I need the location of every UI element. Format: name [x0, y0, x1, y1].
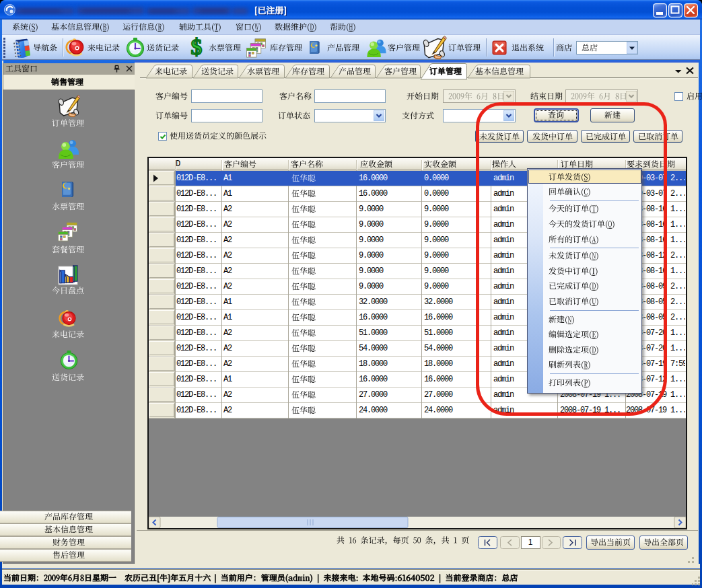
svg-text:$: $ — [191, 36, 203, 59]
